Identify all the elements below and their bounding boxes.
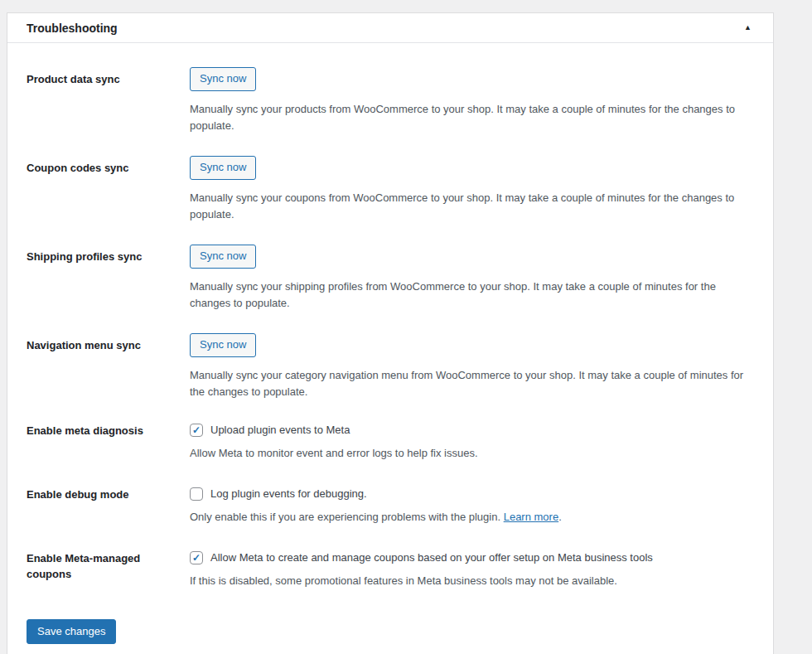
setting-content: Allow Meta to create and manage coupons … [190,550,753,589]
panel-header: Troubleshooting ▲ [7,13,773,43]
debug-mode-checkbox[interactable] [190,487,203,501]
meta-managed-coupons-checkbox[interactable] [190,551,203,564]
setting-row-coupon-codes-sync: Coupon codes sync Sync now Manually sync… [27,156,753,223]
setting-content: Sync now Manually sync your coupons from… [190,156,753,223]
setting-row-enable-meta-managed-coupons: Enable Meta-managed coupons Allow Meta t… [27,550,753,589]
setting-label: Shipping profiles sync [27,245,190,265]
setting-description: If this is disabled, some promotional fe… [190,573,753,589]
sync-now-button-coupons[interactable]: Sync now [190,156,256,180]
troubleshooting-panel: Troubleshooting ▲ Product data sync Sync… [7,12,774,654]
panel-body: Product data sync Sync now Manually sync… [7,43,773,654]
save-changes-button[interactable]: Save changes [27,619,116,644]
setting-label: Enable Meta-managed coupons [27,550,190,583]
checkbox-label-text: Allow Meta to create and manage coupons … [210,550,653,565]
setting-description: Manually sync your category navigation m… [190,367,753,400]
setting-label: Enable debug mode [27,487,190,503]
setting-content: Sync now Manually sync your shipping pro… [190,245,753,312]
description-text: Only enable this if you are experiencing… [190,511,500,523]
save-row: Save changes [27,619,753,644]
checkbox-label-text: Log plugin events for debugging. [210,487,367,501]
triangle-up-icon: ▲ [744,23,752,31]
setting-label: Coupon codes sync [27,156,190,177]
setting-content: Sync now Manually sync your products fro… [190,67,753,134]
setting-description: Manually sync your shipping profiles fro… [190,279,753,312]
setting-label: Product data sync [27,67,190,88]
setting-row-navigation-menu-sync: Navigation menu sync Sync now Manually s… [27,333,753,400]
meta-managed-coupons-checkbox-label[interactable]: Allow Meta to create and manage coupons … [190,550,753,565]
setting-content: Log plugin events for debugging. Only en… [190,487,753,526]
setting-row-enable-debug-mode: Enable debug mode Log plugin events for … [27,487,753,526]
sync-now-button-shipping[interactable]: Sync now [190,245,256,269]
meta-diagnosis-checkbox[interactable] [190,424,203,437]
setting-description: Allow Meta to monitor event and error lo… [190,445,753,462]
setting-description: Only enable this if you are experiencing… [190,509,753,526]
learn-more-link[interactable]: Learn more [504,511,558,523]
setting-description: Manually sync your coupons from WooComme… [190,190,753,223]
meta-diagnosis-checkbox-label[interactable]: Upload plugin events to Meta [190,423,753,438]
checkbox-label-text: Upload plugin events to Meta [210,423,350,438]
setting-label: Enable meta diagnosis [27,423,190,439]
setting-description: Manually sync your products from WooComm… [190,101,753,134]
collapse-toggle-button[interactable]: ▲ [741,21,755,35]
setting-content: Sync now Manually sync your category nav… [190,333,753,400]
sync-now-button-navigation[interactable]: Sync now [190,333,256,357]
description-suffix: . [558,511,562,523]
panel-title: Troubleshooting [27,22,118,35]
setting-row-product-data-sync: Product data sync Sync now Manually sync… [27,67,753,134]
setting-row-shipping-profiles-sync: Shipping profiles sync Sync now Manually… [27,245,753,312]
sync-now-button-products[interactable]: Sync now [190,67,256,91]
setting-row-enable-meta-diagnosis: Enable meta diagnosis Upload plugin even… [27,423,753,462]
setting-content: Upload plugin events to Meta Allow Meta … [190,423,753,462]
setting-label: Navigation menu sync [27,333,190,354]
debug-mode-checkbox-label[interactable]: Log plugin events for debugging. [190,487,753,501]
